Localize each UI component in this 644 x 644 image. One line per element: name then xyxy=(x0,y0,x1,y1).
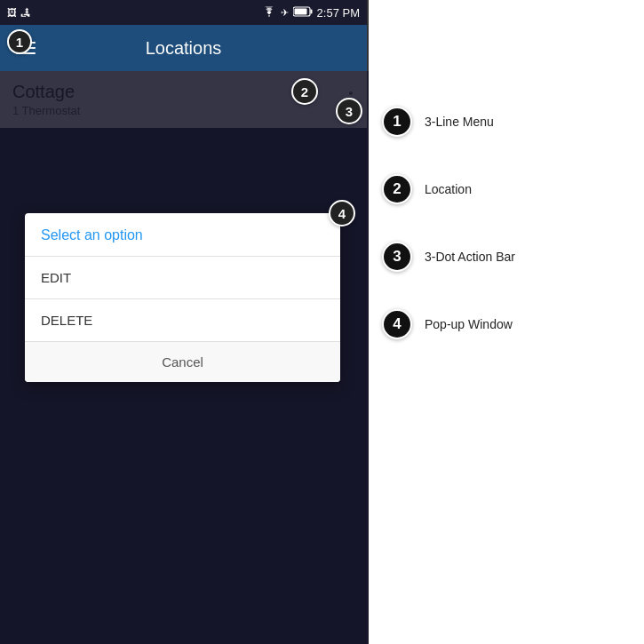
annotation-1: 1 3-Line Menu xyxy=(382,107,631,137)
gallery-icon: 🏞 xyxy=(20,7,30,18)
annotation-badge-2: 2 xyxy=(382,174,412,204)
annotation-label-3: 3-Dot Action Bar xyxy=(425,250,515,264)
status-bar: 🖼 🏞 ✈ 2:57 PM xyxy=(0,0,367,25)
annotation-2: 2 Location xyxy=(382,174,631,204)
popup-window: Select an option EDIT DELETE Cancel xyxy=(25,213,340,382)
airplane-icon: ✈ xyxy=(281,7,289,19)
annotation-label-4: Pop-up Window xyxy=(425,317,513,331)
annotation-badge-4: 4 xyxy=(382,309,412,339)
status-icons: ✈ 2:57 PM xyxy=(262,6,360,20)
svg-rect-2 xyxy=(294,9,306,15)
annotation-badge-1: 1 xyxy=(382,107,412,137)
photo-icon: 🖼 xyxy=(7,7,17,18)
popup-cancel-button[interactable]: Cancel xyxy=(25,342,340,382)
phone-frame: 🖼 🏞 ✈ 2:57 PM 1 Locations xyxy=(0,0,369,644)
status-time: 2:57 PM xyxy=(317,6,360,20)
popup-edit-button[interactable]: EDIT xyxy=(25,257,340,299)
badge-2: 2 xyxy=(291,78,318,105)
app-bar: 1 Locations xyxy=(0,25,367,71)
badge-3: 3 xyxy=(336,98,362,124)
svg-rect-1 xyxy=(310,10,312,14)
annotation-3: 3 3-Dot Action Bar xyxy=(382,242,631,272)
annotation-badge-3: 3 xyxy=(382,242,412,272)
popup-delete-button[interactable]: DELETE xyxy=(25,299,340,342)
annotation-label-1: 3-Line Menu xyxy=(425,115,494,129)
notification-icons: 🖼 🏞 xyxy=(7,7,30,18)
annotations-panel: 1 3-Line Menu 2 Location 3 3-Dot Action … xyxy=(382,107,631,377)
annotation-label-2: Location xyxy=(425,182,472,196)
badge-4: 4 xyxy=(329,200,355,227)
wifi-icon xyxy=(262,6,276,19)
battery-icon xyxy=(293,6,313,19)
badge-1: 1 xyxy=(7,29,32,54)
annotation-4: 4 Pop-up Window xyxy=(382,309,631,339)
app-title: Locations xyxy=(146,38,222,59)
popup-title: Select an option xyxy=(25,213,340,257)
